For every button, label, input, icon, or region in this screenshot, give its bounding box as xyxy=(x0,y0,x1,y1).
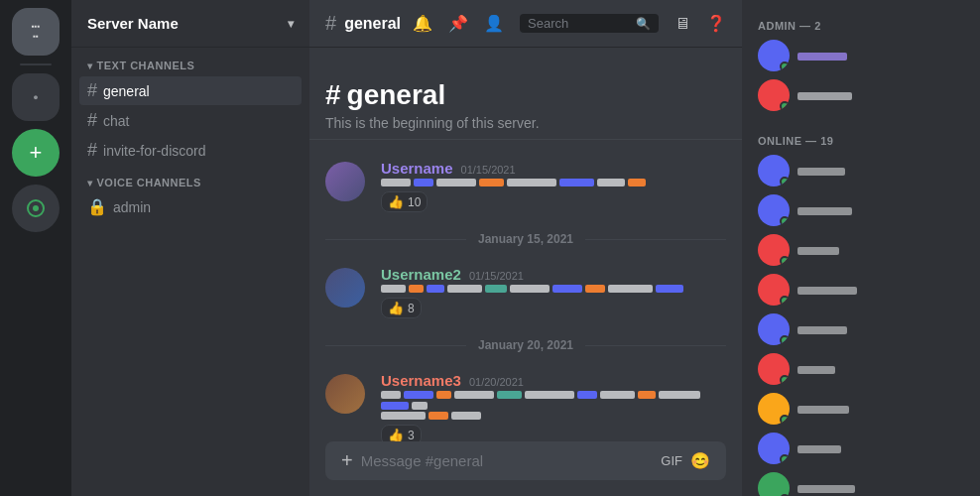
member-list: ADMIN — 2 ONLINE — 19 xyxy=(742,0,980,496)
message-group-3: Username3 01/20/2021 xyxy=(309,368,742,441)
voice-channels-header[interactable]: ▾ VOICE CHANNELS xyxy=(71,173,309,192)
member-avatar-1 xyxy=(758,155,790,186)
chat-header: # general 🔔 📌 👤 🔍 🖥 ❓ xyxy=(309,0,742,48)
hash-icon-general: # xyxy=(87,80,97,101)
member-online-9[interactable] xyxy=(750,468,972,496)
message-timestamp-3: 01/20/2021 xyxy=(469,376,524,388)
member-name-admin-1 xyxy=(797,48,964,63)
text-channels-label: TEXT CHANNELS xyxy=(97,60,195,71)
reaction-count-3: 3 xyxy=(408,429,415,442)
server-list: ▪▪▪▪▪ ● + xyxy=(0,0,71,496)
avatar-1 xyxy=(325,162,365,201)
member-online-7[interactable] xyxy=(750,389,972,429)
member-avatar-6 xyxy=(758,353,790,385)
status-dot xyxy=(780,62,790,71)
voice-channel-name-admin: admin xyxy=(113,199,151,215)
message-header-3: Username3 01/20/2021 xyxy=(381,372,726,389)
message-header-1: Username 01/15/2021 xyxy=(381,160,726,177)
reaction-3[interactable]: 👍 3 xyxy=(381,421,726,441)
chat-input-area: + GIF 😊 xyxy=(309,441,742,496)
notification-bell-icon[interactable]: 🔔 xyxy=(413,14,432,33)
channel-name-invite: invite-for-discord xyxy=(103,143,205,159)
gif-icon[interactable]: GIF xyxy=(661,453,682,468)
avatar-2 xyxy=(325,268,365,308)
reaction-emoji-1: 👍 xyxy=(388,194,404,209)
channel-general[interactable]: # general xyxy=(79,76,302,105)
voice-channel-admin[interactable]: 🔒 admin xyxy=(79,193,302,220)
channel-sidebar: Server Name ▾ ▾ TEXT CHANNELS # general … xyxy=(71,0,309,496)
server-icon-explore[interactable] xyxy=(12,185,60,232)
member-avatar-3 xyxy=(758,234,790,266)
channel-hash-icon: # xyxy=(325,12,336,35)
reaction-2[interactable]: 👍 8 xyxy=(381,294,726,318)
members-icon[interactable]: 👤 xyxy=(484,14,504,33)
attachment-icon[interactable]: + xyxy=(341,449,353,472)
emoji-icon[interactable]: 😊 xyxy=(690,451,710,470)
search-box[interactable]: 🔍 xyxy=(520,14,659,33)
member-admin-1[interactable] xyxy=(750,36,972,75)
server-icon-active[interactable]: ● xyxy=(12,73,60,121)
date-divider-text-jan20: January 20, 2021 xyxy=(466,338,585,352)
reaction-count-1: 10 xyxy=(408,195,421,209)
member-avatar-2 xyxy=(758,194,790,226)
member-avatar-admin-2 xyxy=(758,79,790,111)
server-divider xyxy=(20,63,52,65)
search-icon: 🔍 xyxy=(636,17,651,31)
message-timestamp-1: 01/15/2021 xyxy=(461,164,516,176)
member-name-admin-2 xyxy=(797,87,964,103)
main-content: # general 🔔 📌 👤 🔍 🖥 ❓ # general This is … xyxy=(309,0,742,496)
member-avatar-7 xyxy=(758,393,790,425)
message-content-3: Username3 01/20/2021 xyxy=(381,372,726,441)
member-online-4[interactable] xyxy=(750,270,972,310)
inbox-icon[interactable]: 🖥 xyxy=(674,15,690,33)
server-header[interactable]: Server Name ▾ xyxy=(71,0,309,48)
member-online-6[interactable] xyxy=(750,349,972,389)
message-author-3: Username3 xyxy=(381,372,461,389)
message-text-3b xyxy=(381,412,726,420)
lock-icon: 🔒 xyxy=(87,197,107,216)
member-online-3[interactable] xyxy=(750,230,972,270)
chat-input[interactable] xyxy=(361,441,654,480)
member-name-area-admin-2 xyxy=(797,87,964,103)
server-name: Server Name xyxy=(87,15,179,32)
channel-chat[interactable]: # chat xyxy=(79,106,302,135)
hash-icon-invite: # xyxy=(87,140,97,161)
date-divider-jan20: January 20, 2021 xyxy=(309,330,742,360)
message-content-2: Username2 01/15/2021 xyxy=(381,266,726,318)
reaction-1[interactable]: 👍 10 xyxy=(381,187,726,212)
admin-section-header: ADMIN — 2 xyxy=(750,12,972,36)
member-avatar-5 xyxy=(758,313,790,345)
member-avatar-admin-1 xyxy=(758,40,790,71)
member-name-area-admin-1 xyxy=(797,48,964,63)
pin-icon[interactable]: 📌 xyxy=(448,14,468,33)
channel-name-chat: chat xyxy=(103,113,129,129)
text-channels-header[interactable]: ▾ TEXT CHANNELS xyxy=(71,56,309,75)
server-icon-add[interactable]: + xyxy=(12,129,60,177)
search-input[interactable] xyxy=(528,16,630,31)
member-online-1[interactable] xyxy=(750,151,972,190)
server-icon-main[interactable]: ▪▪▪▪▪ xyxy=(12,8,60,56)
message-header-2: Username2 01/15/2021 xyxy=(381,266,726,283)
help-icon[interactable]: ❓ xyxy=(706,14,726,33)
member-avatar-8 xyxy=(758,433,790,464)
server-dropdown-arrow: ▾ xyxy=(288,17,294,31)
voice-collapse-arrow: ▾ xyxy=(87,178,93,188)
member-online-5[interactable] xyxy=(750,310,972,349)
channel-start-hash: # xyxy=(325,79,341,111)
reaction-emoji-2: 👍 xyxy=(388,301,404,315)
date-divider-text-jan15: January 15, 2021 xyxy=(466,232,585,246)
chat-input-box: + GIF 😊 xyxy=(325,441,726,480)
member-online-8[interactable] xyxy=(750,429,972,468)
channel-invite-for-discord[interactable]: # invite-for-discord xyxy=(79,136,302,165)
message-group-1: Username 01/15/2021 👍 10 xyxy=(309,156,742,216)
collapse-arrow: ▾ xyxy=(87,61,93,71)
member-online-2[interactable] xyxy=(750,190,972,230)
message-group-2: Username2 01/15/2021 xyxy=(309,262,742,322)
status-dot-2 xyxy=(780,101,790,111)
member-admin-2[interactable] xyxy=(750,75,972,115)
message-content-1: Username 01/15/2021 👍 10 xyxy=(381,160,726,212)
message-text-2 xyxy=(381,285,726,293)
member-avatar-9 xyxy=(758,472,790,496)
channel-start: # general This is the beginning of this … xyxy=(309,63,742,140)
reaction-count-2: 8 xyxy=(408,302,415,315)
